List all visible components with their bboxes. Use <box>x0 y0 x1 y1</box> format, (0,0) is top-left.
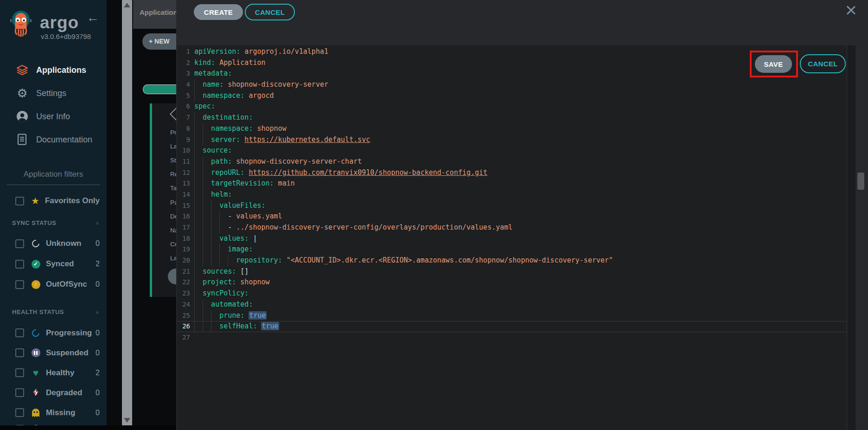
code-line-24[interactable]: 24automated: <box>177 299 847 310</box>
checkbox[interactable] <box>15 368 24 377</box>
collapse-section-icon[interactable]: ▲ <box>95 219 100 226</box>
sidebar-item-settings[interactable]: ⚙ Settings <box>0 82 107 105</box>
checkbox[interactable] <box>15 260 24 269</box>
save-button-highlight-annotation: SAVE <box>750 51 798 77</box>
code-line-17[interactable]: 17- ../shopnow-discovery-server-config/o… <box>177 222 847 233</box>
card-field-label: Pa <box>170 199 176 206</box>
filter-sync-synced[interactable]: ✓ Synced 2 <box>0 254 107 274</box>
card-field-label: Pr <box>170 129 176 136</box>
editor-scrollbar-thumb[interactable] <box>857 173 864 190</box>
sidebar-item-user-info[interactable]: User Info <box>0 105 107 128</box>
code-line-27[interactable]: 27 <box>177 332 847 343</box>
sidebar-item-label: User Info <box>36 112 70 122</box>
user-icon <box>16 110 29 123</box>
code-line-2[interactable]: 2kind: Application <box>177 58 847 69</box>
collapse-sidebar-icon[interactable]: ← <box>86 11 99 24</box>
sidebar-item-label: Applications <box>36 65 86 75</box>
editor-cancel-button[interactable]: CANCEL <box>800 54 846 73</box>
suspended-status-icon <box>31 348 41 358</box>
vertical-scrollbar[interactable] <box>122 0 132 425</box>
code-line-21[interactable]: 21sources: [] <box>177 266 847 277</box>
save-button[interactable]: SAVE <box>755 55 792 73</box>
checkbox[interactable] <box>15 408 24 417</box>
code-line-8[interactable]: 8namespace: shopnow <box>177 123 847 135</box>
favorites-label: Favorites Only <box>45 196 107 205</box>
code-line-22[interactable]: 22project: shopnow <box>177 277 847 288</box>
code-line-9[interactable]: 9server: https://kubernetes.default.svc <box>177 135 847 146</box>
code-line-23[interactable]: 23syncPolicy: <box>177 288 847 299</box>
code-line-7[interactable]: 7destination: <box>177 112 847 123</box>
checkbox[interactable] <box>15 239 24 248</box>
code-line-13[interactable]: 13targetRevision: main <box>177 178 847 189</box>
gear-icon: ⚙ <box>16 87 29 100</box>
line-number: 8 <box>177 123 190 135</box>
close-icon[interactable] <box>846 5 856 15</box>
checkbox[interactable] <box>15 348 24 357</box>
code-line-10[interactable]: 10source: <box>177 145 847 156</box>
card-field-label: De <box>170 213 176 220</box>
filter-label: Suspended <box>46 348 96 358</box>
code-line-19[interactable]: 19image: <box>177 244 847 255</box>
favorites-checkbox[interactable] <box>15 197 24 205</box>
filter-count: 0 <box>96 239 107 248</box>
synced-status-icon: ✓ <box>31 259 41 269</box>
filter-health-degraded[interactable]: ♥ Degraded 0 <box>0 383 107 403</box>
card-field-label: La <box>170 143 176 150</box>
code-line-12[interactable]: 12repoURL: https://github.com/tranvix091… <box>177 167 847 179</box>
sync-status-title: SYNC STATUS <box>12 219 56 226</box>
line-number: 20 <box>177 255 190 266</box>
card-field-label: Cr <box>170 241 176 248</box>
code-line-16[interactable]: 16- values.yaml <box>177 211 847 222</box>
cancel-button[interactable]: CANCEL <box>245 4 295 20</box>
filter-health-suspended[interactable]: Suspended 0 <box>0 343 107 363</box>
checkbox[interactable] <box>15 280 24 289</box>
filter-sync-outofsync[interactable]: ↑ OutOfSync 0 <box>0 274 107 295</box>
sidebar-menu: Applications ⚙ Settings Us <box>0 58 107 151</box>
code-line-20[interactable]: 20repository: "<ACCOUNT_ID>.dkr.ecr.<REG… <box>177 255 847 266</box>
code-line-3[interactable]: 3metadata: <box>177 68 847 79</box>
code-line-18[interactable]: 18values: | <box>177 233 847 244</box>
line-number: 27 <box>177 332 190 343</box>
healthy-heart-icon: ♥ <box>31 368 41 378</box>
code-line-4[interactable]: 4name: shopnow-discovery-server <box>177 79 847 90</box>
create-button[interactable]: CREATE <box>194 4 243 20</box>
code-line-15[interactable]: 15valueFiles: <box>177 200 847 212</box>
card-field-label: St <box>170 157 176 164</box>
line-number: 23 <box>177 288 190 299</box>
health-status-section-header: HEALTH STATUS ▲ <box>0 307 107 316</box>
app-diamond-icon <box>169 107 176 121</box>
application-card[interactable]: PrLaStReTaPaDeNaCrLa <box>150 103 176 297</box>
code-line-26[interactable]: 26selfHeal: true <box>177 321 847 332</box>
checkbox[interactable] <box>15 388 24 397</box>
bottom-edge-strip <box>0 425 176 430</box>
yaml-editor[interactable]: 1apiVersion: argoproj.io/v1alpha12kind: … <box>177 45 855 430</box>
sidebar-item-applications[interactable]: Applications <box>0 58 107 82</box>
card-field-label: Ta <box>170 185 176 192</box>
sync-status-circle <box>168 269 176 284</box>
line-number: 3 <box>177 68 190 79</box>
checkbox[interactable] <box>15 328 24 337</box>
application-filters-title: Application filters <box>6 170 100 185</box>
code-line-5[interactable]: 5namespace: argocd <box>177 90 847 102</box>
new-app-button[interactable]: + NEW <box>142 33 176 50</box>
filter-label: Missing <box>46 408 96 417</box>
code-line-14[interactable]: 14helm: <box>177 189 847 200</box>
line-number: 14 <box>177 189 190 200</box>
code-line-1[interactable]: 1apiVersion: argoproj.io/v1alpha1 <box>177 46 847 58</box>
code-line-6[interactable]: 6spec: <box>177 101 847 112</box>
filter-health-healthy[interactable]: ♥ Healthy 2 <box>0 363 107 383</box>
brand-name: argo <box>40 13 79 32</box>
editor-scroll-gutter[interactable] <box>847 45 855 430</box>
code-line-25[interactable]: 25prune: true <box>177 310 847 321</box>
filter-count: 2 <box>96 369 107 377</box>
unknown-status-icon <box>31 238 41 249</box>
filter-sync-unknown[interactable]: Unknown 0 <box>0 233 107 254</box>
sidebar-item-documentation[interactable]: Documentation <box>0 128 107 151</box>
line-number: 13 <box>177 178 190 189</box>
code-line-11[interactable]: 11path: shopnow-discovery-server-chart <box>177 156 847 167</box>
filter-count: 0 <box>96 349 107 357</box>
collapse-section-icon[interactable]: ▲ <box>95 308 100 315</box>
filter-health-progressing[interactable]: Progressing 0 <box>0 323 107 343</box>
page-title: Applications <box>140 8 176 16</box>
favorites-only-filter[interactable]: ★ Favorites Only <box>0 194 107 208</box>
